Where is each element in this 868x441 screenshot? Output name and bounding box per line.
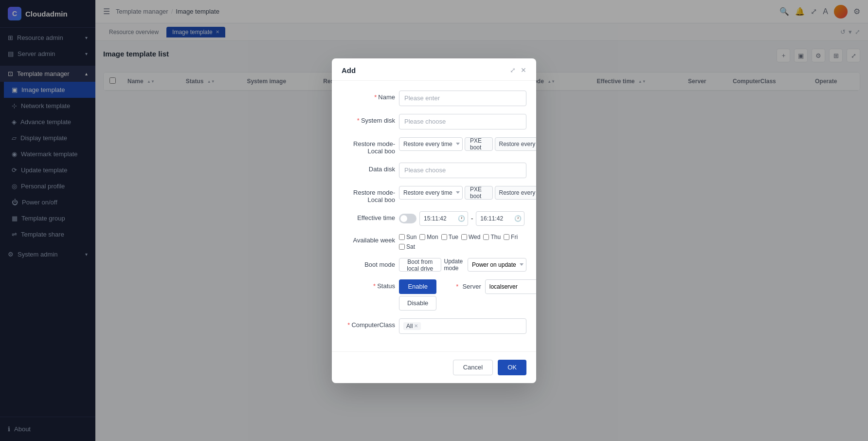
time-end-input[interactable] xyxy=(476,211,524,226)
week-sat[interactable]: Sat xyxy=(399,243,526,250)
week-fri[interactable]: Fri xyxy=(504,234,518,240)
update-mode-select[interactable]: Power on update xyxy=(468,258,526,272)
restore-pxe2-value: Restore every time xyxy=(495,186,537,200)
restore-mode-system-wrap: Restore every time PXE boot Restore ever… xyxy=(399,137,536,151)
status-server-wrap: Enable Disable * Server localserver xyxy=(399,279,536,311)
restore-mode-data-row: Restore every time PXE boot Restore ever… xyxy=(399,186,536,200)
tag-all-close[interactable]: ✕ xyxy=(414,323,418,329)
time-start-wrap: 🕐 xyxy=(419,211,468,226)
system-disk-field-wrap xyxy=(399,114,526,129)
form-row-boot-mode: Boot mode Boot from local drive Update m… xyxy=(342,258,526,272)
pxe-boot-label: PXE boot xyxy=(465,137,493,151)
toggle-slider xyxy=(399,214,416,223)
system-disk-label: *System disk xyxy=(342,114,395,124)
restore-mode-data-wrap: Restore every time PXE boot Restore ever… xyxy=(399,186,536,200)
add-dialog: Add ⤢ ✕ *Name *System disk xyxy=(332,58,536,383)
dialog-body: *Name *System disk Restore mode-Local bo… xyxy=(332,81,536,351)
dialog-close-icon[interactable]: ✕ xyxy=(521,66,526,74)
boot-from-local-btn[interactable]: Boot from local drive xyxy=(399,258,441,272)
available-week-wrap: Sun Mon Tue Wed Thu Fri Sat xyxy=(399,234,526,250)
restore-mode2-label: Restore mode-Local boo xyxy=(342,186,395,203)
req-mark: * xyxy=(374,93,377,101)
boot-mode-row: Boot from local drive Update mode Power … xyxy=(399,258,526,272)
restore-mode-system-row: Restore every time PXE boot Restore ever… xyxy=(399,137,536,151)
form-row-restore-mode-system: Restore mode-Local boo Restore every tim… xyxy=(342,137,526,155)
effective-time-toggle[interactable] xyxy=(399,214,416,223)
week-sun[interactable]: Sun xyxy=(399,234,416,240)
cancel-button[interactable]: Cancel xyxy=(453,360,493,375)
form-row-data-disk: Data disk xyxy=(342,163,526,178)
restore-pxe-value: Restore every time xyxy=(495,137,537,151)
time-sep: - xyxy=(471,215,473,222)
form-row-restore-mode-data: Restore mode-Local boo Restore every tim… xyxy=(342,186,526,203)
disable-button[interactable]: Disable xyxy=(399,296,436,311)
dialog-title: Add xyxy=(342,66,356,74)
form-row-computer-class: *ComputerClass All ✕ xyxy=(342,318,526,334)
form-row-status-server: *Status Enable Disable * Server localser… xyxy=(342,279,526,311)
form-row-name: *Name xyxy=(342,91,526,106)
computer-class-tag-input[interactable]: All ✕ xyxy=(399,318,526,334)
dialog-header: Add ⤢ ✕ xyxy=(332,58,536,81)
boot-mode-label: Boot mode xyxy=(342,258,395,268)
status-btn-group: Enable Disable xyxy=(399,279,436,311)
week-thu[interactable]: Thu xyxy=(483,234,501,240)
dialog-header-icons: ⤢ ✕ xyxy=(510,66,526,74)
ok-button[interactable]: OK xyxy=(498,360,526,375)
enable-button[interactable]: Enable xyxy=(399,279,436,294)
week-mon[interactable]: Mon xyxy=(419,234,438,240)
time-end-wrap: 🕐 xyxy=(476,211,524,226)
status-label: *Status xyxy=(342,279,395,290)
week-checkboxes: Sun Mon Tue Wed Thu Fri Sat xyxy=(399,234,526,250)
server-select[interactable]: localserver xyxy=(485,279,536,294)
week-tue[interactable]: Tue xyxy=(441,234,458,240)
form-row-system-disk: *System disk xyxy=(342,114,526,129)
modal-overlay: Add ⤢ ✕ *Name *System disk xyxy=(0,0,868,441)
name-input[interactable] xyxy=(399,91,526,106)
name-field-wrap xyxy=(399,91,526,106)
effective-time-label: Effective time xyxy=(342,211,395,221)
restore-mode-label: Restore mode-Local boo xyxy=(342,137,395,155)
time-start-input[interactable] xyxy=(419,211,468,226)
boot-mode-wrap: Boot from local drive Update mode Power … xyxy=(399,258,526,272)
form-row-available-week: Available week Sun Mon Tue Wed Thu Fri S… xyxy=(342,234,526,250)
time-inputs: 🕐 - 🕐 xyxy=(399,211,526,226)
update-mode-label-inline: Update mode xyxy=(444,258,465,272)
system-disk-input[interactable] xyxy=(399,114,526,129)
pxe-boot2-label: PXE boot xyxy=(465,186,493,200)
name-label: *Name xyxy=(342,91,395,101)
computer-class-label: *ComputerClass xyxy=(342,318,395,329)
server-field-group: * Server localserver xyxy=(456,279,536,294)
computer-class-tag-all: All ✕ xyxy=(403,322,421,330)
restore-mode-system-select[interactable]: Restore every time xyxy=(399,137,463,151)
restore-mode-data-select[interactable]: Restore every time xyxy=(399,186,463,200)
dialog-expand-icon[interactable]: ⤢ xyxy=(510,66,516,74)
available-week-label: Available week xyxy=(342,234,395,244)
data-disk-label: Data disk xyxy=(342,163,395,173)
form-row-effective-time: Effective time 🕐 - xyxy=(342,211,526,226)
dialog-footer: Cancel OK xyxy=(332,351,536,383)
data-disk-input[interactable] xyxy=(399,163,526,178)
server-label: Server xyxy=(462,283,481,290)
status-server-row: Enable Disable * Server localserver xyxy=(399,279,536,311)
computer-class-wrap: All ✕ xyxy=(399,318,526,334)
effective-time-wrap: 🕐 - 🕐 xyxy=(399,211,526,226)
data-disk-field-wrap xyxy=(399,163,526,178)
week-wed[interactable]: Wed xyxy=(461,234,480,240)
